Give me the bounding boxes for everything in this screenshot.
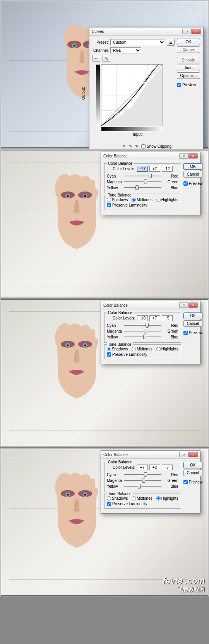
level-input-0[interactable]: +17 bbox=[137, 166, 148, 172]
level-input-0[interactable]: +7 bbox=[137, 465, 148, 470]
dialog-titlebar[interactable]: Color Balance ?✕ bbox=[101, 301, 200, 309]
label-cyan: Cyan bbox=[107, 174, 124, 178]
slider-magenta-green[interactable] bbox=[124, 328, 161, 334]
label-yellow: Yellow bbox=[107, 335, 124, 339]
eyedropper-white-icon[interactable]: ✎ bbox=[135, 144, 138, 149]
slider-yellow-blue[interactable] bbox=[124, 483, 161, 489]
radio-highlights[interactable] bbox=[156, 496, 161, 501]
slider-cyan-red[interactable] bbox=[124, 472, 161, 477]
preview-checkbox[interactable] bbox=[183, 331, 188, 335]
preview-checkbox[interactable] bbox=[183, 480, 188, 484]
preset-menu-icon[interactable]: ≣ bbox=[167, 39, 175, 46]
radio-highlights[interactable] bbox=[156, 347, 161, 351]
level-input-2[interactable]: -7 bbox=[162, 465, 173, 470]
cancel-button[interactable]: Cancel bbox=[183, 320, 203, 327]
auto-button[interactable]: Auto bbox=[177, 65, 200, 71]
curve-graph[interactable] bbox=[101, 64, 163, 126]
slider-cyan-red[interactable] bbox=[124, 173, 161, 179]
slider-yellow-blue[interactable] bbox=[124, 334, 161, 340]
dialog-title: Color Balance bbox=[103, 154, 128, 158]
close-button[interactable]: ✕ bbox=[188, 153, 198, 159]
channel-label: Channel: bbox=[93, 48, 109, 53]
ok-button[interactable]: OK bbox=[183, 163, 203, 170]
radio-midtones[interactable] bbox=[132, 347, 136, 351]
dialog-title: Color Balance bbox=[103, 453, 128, 457]
cancel-button[interactable]: Cancel bbox=[183, 470, 203, 476]
label-green: Green bbox=[161, 478, 178, 483]
slider-yellow-blue[interactable] bbox=[124, 185, 161, 190]
color-balance-dialog: Color Balance ?✕ Color Balance Color Lev… bbox=[101, 301, 200, 364]
preserve-luminosity-checkbox[interactable] bbox=[107, 352, 111, 357]
svg-rect-13 bbox=[143, 82, 145, 84]
svg-point-25 bbox=[84, 344, 86, 346]
preserve-luminosity-checkbox[interactable] bbox=[107, 502, 111, 506]
curve-tool-icon[interactable]: 〰 bbox=[93, 55, 100, 62]
input-label: Input: bbox=[101, 132, 175, 137]
show-clipping-checkbox[interactable] bbox=[141, 144, 146, 149]
dialog-title: Color Balance bbox=[103, 303, 128, 307]
preset-select[interactable]: Custom bbox=[110, 39, 165, 45]
eyedropper-gray-icon[interactable]: ✎ bbox=[129, 144, 132, 149]
slider-cyan-red[interactable] bbox=[124, 323, 161, 328]
watermark: fevte .com飞特教程网 bbox=[163, 576, 205, 593]
group-label: Color Balance bbox=[107, 311, 134, 315]
dialog-titlebar[interactable]: Color Balance ?✕ bbox=[101, 152, 200, 160]
pencil-tool-icon[interactable]: ✎ bbox=[103, 55, 110, 62]
level-input-1[interactable]: +7 bbox=[149, 166, 160, 172]
group-label: Tone Balance bbox=[107, 193, 133, 197]
help-button[interactable]: ? bbox=[179, 153, 188, 159]
dialog-title: Curves bbox=[92, 29, 104, 34]
dialog-titlebar[interactable]: Color Balance ?✕ bbox=[101, 451, 200, 459]
radio-midtones[interactable] bbox=[132, 496, 136, 501]
eyedropper-black-icon[interactable]: ✎ bbox=[123, 144, 126, 149]
label-green: Green bbox=[161, 329, 178, 333]
level-input-2[interactable]: -12 bbox=[162, 166, 173, 172]
radio-midtones[interactable] bbox=[132, 198, 136, 202]
help-button[interactable]: ? bbox=[182, 29, 192, 34]
svg-point-19 bbox=[84, 195, 86, 197]
preview-checkbox[interactable] bbox=[183, 181, 188, 186]
output-label: Output: bbox=[81, 87, 86, 100]
preserve-luminosity-checkbox[interactable] bbox=[107, 203, 111, 207]
level-input-2[interactable]: +5 bbox=[162, 315, 173, 321]
slider-magenta-green[interactable] bbox=[124, 179, 161, 184]
group-label: Tone Balance bbox=[107, 492, 133, 496]
ok-button[interactable]: OK bbox=[177, 39, 200, 45]
face-artwork bbox=[46, 173, 104, 250]
levels-label: Color Levels: bbox=[113, 167, 135, 171]
gradient-horizontal bbox=[101, 127, 163, 131]
options-button[interactable]: Options... bbox=[177, 72, 200, 79]
svg-point-18 bbox=[67, 195, 69, 197]
slider-magenta-green[interactable] bbox=[124, 478, 161, 483]
ok-button[interactable]: OK bbox=[183, 313, 203, 319]
radio-shadows[interactable] bbox=[107, 496, 111, 501]
close-button[interactable]: ✕ bbox=[188, 302, 198, 308]
preview-checkbox[interactable] bbox=[177, 83, 181, 87]
cancel-button[interactable]: Cancel bbox=[177, 46, 200, 53]
close-button[interactable]: ✕ bbox=[188, 452, 198, 457]
levels-label: Color Levels: bbox=[113, 316, 135, 320]
label-cyan: Cyan bbox=[107, 323, 124, 328]
channel-select[interactable]: RGB bbox=[110, 47, 141, 53]
ok-button[interactable]: OK bbox=[183, 462, 203, 468]
smooth-button[interactable]: Smooth bbox=[177, 57, 200, 63]
label-yellow: Yellow bbox=[107, 484, 124, 489]
face-artwork bbox=[46, 471, 104, 548]
label-magenta: Magenta bbox=[107, 478, 124, 483]
group-label: Color Balance bbox=[107, 460, 134, 464]
radio-highlights[interactable] bbox=[156, 198, 161, 202]
cancel-button[interactable]: Cancel bbox=[183, 171, 203, 178]
help-button[interactable]: ? bbox=[179, 302, 188, 308]
radio-shadows[interactable] bbox=[107, 198, 111, 202]
dialog-titlebar[interactable]: Curves ? ✕ bbox=[89, 27, 203, 36]
label-magenta: Magenta bbox=[107, 180, 124, 184]
gradient-vertical bbox=[96, 65, 100, 126]
label-blue: Blue bbox=[161, 186, 178, 190]
level-input-1[interactable]: +2 bbox=[149, 465, 160, 470]
level-input-0[interactable]: +10 bbox=[137, 315, 148, 321]
close-button[interactable]: ✕ bbox=[192, 29, 201, 34]
level-input-1[interactable]: +7 bbox=[149, 315, 160, 321]
preset-label: Preset: bbox=[93, 40, 109, 44]
help-button[interactable]: ? bbox=[179, 452, 188, 457]
radio-shadows[interactable] bbox=[107, 347, 111, 351]
